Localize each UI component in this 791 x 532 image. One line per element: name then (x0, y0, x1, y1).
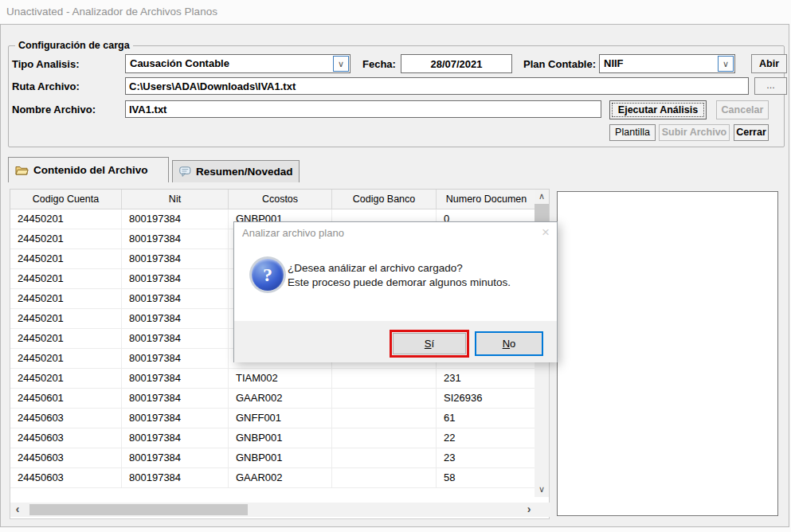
plan-contable-combobox[interactable]: NIIF ∨ (599, 54, 735, 73)
dialog-message-line1: ¿Desea análizar el archivo cargado? (288, 262, 463, 274)
table-cell: 24450201 (10, 329, 122, 348)
analizar-dialog: Analizar archivo plano × ? ¿Desea análiz… (233, 221, 558, 362)
table-row[interactable]: 24450603800197384GNBP00123 (10, 448, 536, 468)
question-mark-glyph: ? (252, 259, 284, 291)
cerrar-button[interactable]: Cerrar (734, 124, 769, 141)
table-cell (332, 468, 437, 487)
table-cell (332, 428, 437, 448)
cancelar-button: Cancelar (716, 100, 769, 119)
abrir-button[interactable]: Abir (751, 54, 787, 73)
plan-contable-label: Plan Contable: (523, 58, 596, 70)
window-title: Unactivated - Analizador de Archivos Pla… (6, 6, 217, 18)
close-icon[interactable]: × (542, 225, 550, 241)
scroll-right-icon[interactable]: › (522, 503, 536, 517)
tab-resumen-novedad[interactable]: Resumen/Novedad (172, 160, 300, 182)
ejecutar-analisis-button[interactable]: Ejecutar Análisis (609, 100, 707, 119)
table-cell: SI26936 (437, 389, 536, 408)
tipo-analisis-label: Tipo Analisis: (12, 58, 80, 70)
table-cell: 61 (437, 409, 536, 428)
horizontal-scrollbar[interactable]: ‹ › (10, 503, 550, 517)
tab-label: Contenido del Archivo (33, 164, 148, 176)
table-cell: 24450603 (10, 428, 122, 448)
table-cell: 800197384 (122, 289, 229, 308)
table-cell: 231 (437, 369, 536, 388)
vertical-scrollbar-thumb[interactable] (535, 204, 549, 221)
speech-bubble-icon (179, 166, 191, 177)
horizontal-scrollbar-thumb[interactable] (29, 504, 248, 515)
table-row[interactable]: 24450201800197384TIAM002231 (10, 369, 536, 389)
table-cell: 800197384 (122, 369, 229, 388)
browse-button[interactable]: ... (754, 77, 787, 95)
table-cell: 24450201 (10, 249, 122, 268)
table-cell: 800197384 (122, 269, 229, 288)
tab-label: Resumen/Novedad (196, 166, 293, 178)
table-cell (332, 389, 437, 408)
table-cell: 24450201 (10, 349, 122, 368)
table-cell: GNBP001 (229, 428, 332, 448)
table-row[interactable]: 24450603800197384GAAR00258 (10, 468, 536, 488)
nombre-archivo-field[interactable] (125, 100, 601, 118)
table-cell: 23 (437, 448, 536, 467)
ruta-archivo-label: Ruta Archivo: (12, 80, 80, 92)
table-cell: 24450201 (10, 209, 122, 229)
tipo-analisis-combobox[interactable]: Causación Contable ∨ (125, 54, 350, 73)
table-header-row: Codigo Cuenta Nit Ccostos Codigo Banco N… (10, 190, 536, 209)
column-header-codigo-banco[interactable]: Codigo Banco (332, 190, 437, 209)
table-cell: 24450603 (10, 448, 122, 467)
table-cell: 24450201 (10, 369, 122, 388)
chevron-down-icon[interactable]: ∨ (333, 56, 349, 72)
table-cell: 58 (437, 468, 536, 487)
subir-archivo-button: Subir Archivo (659, 124, 730, 141)
table-cell: 24450603 (10, 409, 122, 428)
table-cell: 24450603 (10, 468, 122, 487)
table-cell: 800197384 (122, 309, 229, 328)
column-header-ccostos[interactable]: Ccostos (229, 190, 332, 209)
config-group-title: Configuración de carga (15, 40, 133, 51)
dialog-title: Analizar archivo plano (242, 227, 344, 239)
scroll-up-icon[interactable]: ∧ (535, 190, 549, 204)
question-icon: ? (252, 259, 284, 291)
table-cell: TIAM002 (229, 369, 332, 388)
plan-contable-value: NIIF (604, 57, 624, 69)
column-header-nit[interactable]: Nit (122, 190, 229, 209)
result-list-panel (557, 191, 778, 516)
tipo-analisis-value: Causación Contable (130, 57, 229, 69)
table-cell: 800197384 (122, 389, 229, 408)
table-cell: GAAR002 (229, 468, 332, 487)
scroll-left-icon[interactable]: ‹ (10, 503, 25, 517)
table-cell (332, 448, 437, 467)
table-cell: 24450201 (10, 309, 122, 328)
column-header-numero-documento[interactable]: Numero Documen (437, 190, 536, 209)
plantilla-button[interactable]: Plantilla (609, 124, 656, 141)
table-cell: 800197384 (122, 209, 229, 229)
fecha-label: Fecha: (362, 58, 396, 70)
table-cell: 800197384 (122, 249, 229, 268)
table-cell: 800197384 (122, 349, 229, 368)
scroll-down-icon[interactable]: ∨ (535, 483, 549, 497)
table-row[interactable]: 24450603800197384GNBP00122 (10, 428, 536, 448)
table-cell: 800197384 (122, 409, 229, 428)
table-cell (332, 369, 437, 388)
dialog-message-line2: Este proceso puede demorar algunos minut… (288, 276, 511, 288)
table-cell: 24450201 (10, 269, 122, 288)
table-cell: 800197384 (122, 448, 229, 467)
no-button[interactable]: No (475, 331, 543, 356)
table-row[interactable]: 24450603800197384GNFF00161 (10, 409, 536, 428)
highlight-annotation (390, 330, 469, 358)
app-root: Unactivated - Analizador de Archivos Pla… (0, 0, 791, 532)
table-cell: 24450201 (10, 229, 122, 248)
table-cell: 800197384 (122, 428, 229, 448)
chevron-down-icon[interactable]: ∨ (718, 56, 734, 72)
fecha-field[interactable] (401, 54, 512, 73)
table-cell: 800197384 (122, 468, 229, 487)
ruta-archivo-field[interactable] (125, 77, 749, 95)
table-cell: GNBP001 (229, 448, 332, 467)
tab-contenido-del-archivo[interactable]: Contenido del Archivo (8, 157, 169, 182)
table-cell: 22 (437, 428, 536, 448)
column-header-codigo-cuenta[interactable]: Codigo Cuenta (10, 190, 122, 209)
table-row[interactable]: 24450601800197384GAAR002SI26936 (10, 389, 536, 409)
table-cell: 24450201 (10, 289, 122, 308)
nombre-archivo-label: Nombre Archivo: (12, 104, 96, 115)
folder-open-icon (15, 165, 29, 175)
table-cell: 800197384 (122, 229, 229, 248)
